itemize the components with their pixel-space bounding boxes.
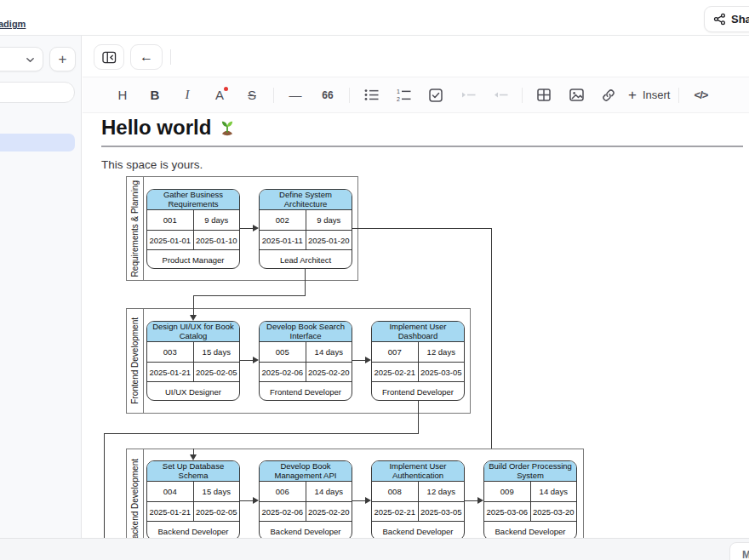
- task-duration: 14 days: [306, 342, 352, 362]
- arrowhead: [190, 454, 197, 460]
- connector: [240, 228, 254, 229]
- divider: [170, 49, 171, 65]
- bulleted-list-icon: [364, 89, 379, 101]
- task-card[interactable]: Design UI/UX for Book Catalog 003 15 day…: [146, 321, 240, 401]
- divider: [273, 88, 274, 103]
- task-title: Develop Book Search Interface: [260, 322, 352, 342]
- text-color-button[interactable]: A: [203, 83, 236, 107]
- heading-button[interactable]: H: [106, 83, 139, 107]
- external-link[interactable]: adigm: [0, 19, 26, 29]
- share-icon: [713, 13, 726, 26]
- numbered-list-button[interactable]: 1 2: [387, 83, 420, 107]
- connector: [465, 500, 478, 501]
- task-role: Product Manager: [147, 250, 239, 269]
- task-end-date: 2025-02-20: [306, 502, 352, 521]
- svg-text:1: 1: [397, 89, 400, 94]
- task-start-date: 2025-03-06: [484, 502, 531, 521]
- todo-list-icon: [429, 89, 443, 102]
- intro-paragraph: This space is yours.: [101, 158, 203, 171]
- task-title: Define System Architecture: [260, 190, 352, 210]
- task-card[interactable]: Develop Book Search Interface 005 14 day…: [259, 321, 352, 401]
- new-doc-button[interactable]: +: [49, 47, 76, 71]
- back-button[interactable]: ←: [130, 44, 163, 70]
- task-title: Set Up Database Schema: [147, 461, 239, 482]
- task-duration: 9 days: [194, 210, 240, 230]
- link-icon: [602, 89, 615, 102]
- workspace-selector[interactable]: [0, 47, 43, 71]
- task-end-date: 2025-01-10: [194, 231, 240, 249]
- main-header: ← Introduction: [83, 36, 749, 77]
- image-button[interactable]: [560, 83, 592, 107]
- plus-icon: +: [628, 87, 637, 104]
- arrowhead: [365, 497, 371, 504]
- italic-button[interactable]: I: [171, 83, 203, 107]
- svg-text:2: 2: [397, 96, 400, 102]
- divider-block-button[interactable]: —: [279, 83, 312, 107]
- connector: [193, 295, 194, 316]
- table-button[interactable]: [528, 83, 560, 107]
- task-role: UI/UX Designer: [147, 382, 239, 401]
- task-card[interactable]: Gather Business Requirements 001 9 days …: [146, 189, 240, 269]
- sidebar-toggle-button[interactable]: [94, 44, 124, 70]
- connector: [418, 401, 419, 433]
- bold-button[interactable]: B: [139, 83, 171, 107]
- bottom-right-button[interactable]: M: [729, 542, 749, 560]
- sidebar-search[interactable]: [0, 82, 75, 103]
- connector: [240, 500, 254, 501]
- code-block-button[interactable]: </>: [684, 83, 717, 107]
- task-start-date: 2025-01-01: [147, 231, 194, 249]
- task-id: 007: [372, 342, 419, 362]
- task-end-date: 2025-03-05: [419, 363, 465, 381]
- task-duration: 14 days: [306, 482, 352, 501]
- task-id: 001: [147, 210, 194, 230]
- task-card[interactable]: Set Up Database Schema 004 15 days 2025-…: [146, 460, 240, 540]
- connector: [491, 228, 492, 449]
- swimlane-label: Backend Development: [130, 459, 140, 545]
- numbered-list-icon: 1 2: [397, 89, 411, 102]
- indent-decrease-button: [484, 83, 517, 107]
- document-title: Hello world: [101, 116, 237, 140]
- bulleted-list-button[interactable]: [355, 83, 387, 107]
- seedling-emoji: [218, 118, 237, 137]
- indent-decrease-icon: [494, 89, 508, 101]
- task-start-date: 2025-02-06: [260, 363, 306, 381]
- bottom-strip: M: [0, 538, 749, 560]
- task-title: Build Order Processing System: [484, 461, 576, 482]
- task-card[interactable]: Define System Architecture 002 9 days 20…: [259, 189, 352, 269]
- arrowhead: [190, 315, 197, 321]
- task-id: 008: [372, 482, 419, 501]
- task-title: Develop Book Management API: [260, 461, 352, 482]
- plus-icon: +: [59, 51, 67, 67]
- task-title: Gather Business Requirements: [147, 190, 239, 210]
- todo-list-button[interactable]: [420, 83, 452, 107]
- task-card[interactable]: Implement User Authentication 008 12 day…: [371, 460, 465, 540]
- connector: [305, 269, 306, 295]
- strikethrough-button[interactable]: S: [236, 83, 268, 107]
- share-button[interactable]: Share: [704, 6, 749, 32]
- task-id: 005: [260, 342, 306, 362]
- arrowhead: [253, 497, 259, 504]
- task-end-date: 2025-03-05: [419, 502, 465, 521]
- task-start-date: 2025-02-06: [260, 502, 306, 521]
- task-id: 003: [147, 342, 194, 362]
- table-icon: [537, 89, 551, 101]
- share-label: Share: [731, 13, 749, 26]
- task-start-date: 2025-01-11: [260, 231, 306, 249]
- divider: [522, 88, 523, 103]
- task-duration: 12 days: [419, 342, 465, 362]
- task-role: Frontend Developer: [260, 382, 352, 401]
- task-duration: 9 days: [306, 210, 352, 230]
- sidebar-item-selected[interactable]: [0, 134, 75, 151]
- task-card[interactable]: Develop Book Management API 006 14 days …: [259, 460, 352, 540]
- quote-button[interactable]: 66: [312, 83, 344, 107]
- task-card[interactable]: Build Order Processing System 009 14 day…: [483, 460, 577, 540]
- chevron-down-icon: [26, 55, 35, 65]
- insert-button[interactable]: + Insert: [625, 83, 673, 107]
- task-end-date: 2025-02-05: [194, 502, 240, 521]
- task-card[interactable]: Implement User Dashboard 007 12 days 202…: [371, 321, 465, 401]
- formatting-toolbar: H B I A S — 66 1 2: [83, 77, 749, 113]
- task-role: Lead Architect: [260, 250, 352, 269]
- link-button[interactable]: [592, 83, 625, 107]
- task-title: Implement User Dashboard: [372, 322, 464, 342]
- task-id: 002: [260, 210, 306, 230]
